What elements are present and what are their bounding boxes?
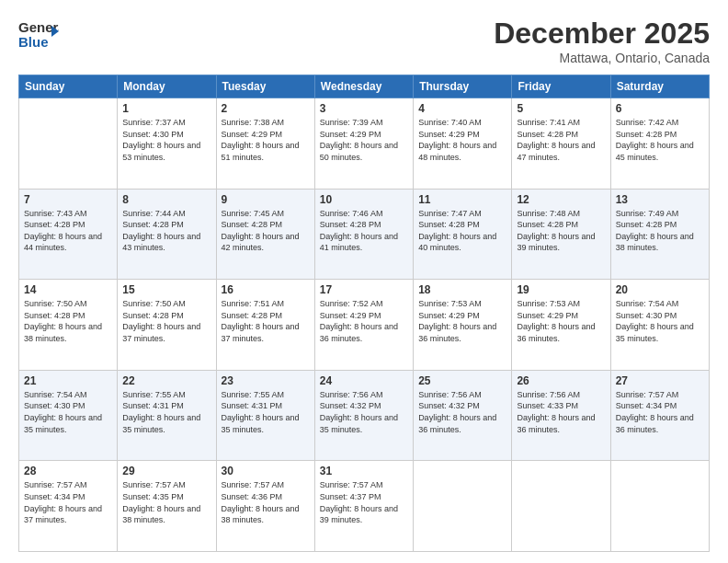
day-number: 6 [616,102,704,115]
calendar-cell: 4Sunrise: 7:40 AMSunset: 4:29 PMDaylight… [414,98,512,190]
day-info: Sunrise: 7:54 AMSunset: 4:30 PMDaylight:… [24,389,112,435]
day-number: 25 [418,374,506,387]
calendar-week-row: 28Sunrise: 7:57 AMSunset: 4:34 PMDayligh… [19,461,710,552]
calendar-cell: 26Sunrise: 7:56 AMSunset: 4:33 PMDayligh… [512,370,610,461]
day-info: Sunrise: 7:56 AMSunset: 4:33 PMDaylight:… [517,389,605,435]
day-info: Sunrise: 7:53 AMSunset: 4:29 PMDaylight:… [517,298,605,344]
calendar-week-row: 1Sunrise: 7:37 AMSunset: 4:30 PMDaylight… [19,98,710,190]
day-number: 24 [320,374,408,387]
calendar-cell: 18Sunrise: 7:53 AMSunset: 4:29 PMDayligh… [414,280,512,371]
day-info: Sunrise: 7:39 AMSunset: 4:29 PMDaylight:… [320,117,408,163]
header: General Blue December 2025 Mattawa, Onta… [18,17,710,65]
calendar-cell: 19Sunrise: 7:53 AMSunset: 4:29 PMDayligh… [512,280,610,371]
calendar-table: SundayMondayTuesdayWednesdayThursdayFrid… [18,75,710,552]
weekday-header: Saturday [610,75,709,98]
calendar-cell: 12Sunrise: 7:48 AMSunset: 4:28 PMDayligh… [512,189,610,280]
day-number: 22 [122,374,210,387]
day-info: Sunrise: 7:50 AMSunset: 4:28 PMDaylight:… [24,298,112,344]
day-info: Sunrise: 7:56 AMSunset: 4:32 PMDaylight:… [320,389,408,435]
calendar-cell [19,98,118,190]
calendar-cell [512,461,610,552]
day-number: 18 [418,283,506,296]
calendar-cell: 28Sunrise: 7:57 AMSunset: 4:34 PMDayligh… [19,461,118,552]
day-info: Sunrise: 7:37 AMSunset: 4:30 PMDaylight:… [122,117,210,163]
day-number: 20 [616,283,704,296]
day-info: Sunrise: 7:54 AMSunset: 4:30 PMDaylight:… [616,298,704,344]
day-info: Sunrise: 7:43 AMSunset: 4:28 PMDaylight:… [24,208,112,254]
day-info: Sunrise: 7:55 AMSunset: 4:31 PMDaylight:… [222,389,310,435]
day-info: Sunrise: 7:45 AMSunset: 4:28 PMDaylight:… [222,208,310,254]
title-block: December 2025 Mattawa, Ontario, Canada [494,17,710,65]
calendar-cell: 7Sunrise: 7:43 AMSunset: 4:28 PMDaylight… [19,189,118,280]
calendar-cell: 1Sunrise: 7:37 AMSunset: 4:30 PMDaylight… [118,98,216,190]
calendar-week-row: 14Sunrise: 7:50 AMSunset: 4:28 PMDayligh… [19,280,710,371]
calendar-cell: 8Sunrise: 7:44 AMSunset: 4:28 PMDaylight… [118,189,216,280]
day-info: Sunrise: 7:57 AMSunset: 4:37 PMDaylight:… [320,479,408,525]
day-info: Sunrise: 7:56 AMSunset: 4:32 PMDaylight:… [418,389,506,435]
day-number: 10 [320,193,408,206]
day-info: Sunrise: 7:53 AMSunset: 4:29 PMDaylight:… [418,298,506,344]
calendar-cell: 16Sunrise: 7:51 AMSunset: 4:28 PMDayligh… [216,280,314,371]
day-number: 21 [24,374,112,387]
page: General Blue December 2025 Mattawa, Onta… [0,0,728,563]
day-number: 12 [517,193,605,206]
weekday-header: Friday [512,75,610,98]
calendar-week-row: 21Sunrise: 7:54 AMSunset: 4:30 PMDayligh… [19,370,710,461]
day-info: Sunrise: 7:57 AMSunset: 4:35 PMDaylight:… [122,479,210,525]
calendar-cell: 24Sunrise: 7:56 AMSunset: 4:32 PMDayligh… [314,370,413,461]
calendar-cell: 30Sunrise: 7:57 AMSunset: 4:36 PMDayligh… [216,461,314,552]
calendar-cell: 3Sunrise: 7:39 AMSunset: 4:29 PMDaylight… [314,98,413,190]
weekday-header: Thursday [414,75,512,98]
day-info: Sunrise: 7:55 AMSunset: 4:31 PMDaylight:… [122,389,210,435]
day-info: Sunrise: 7:46 AMSunset: 4:28 PMDaylight:… [320,208,408,254]
day-number: 11 [418,193,506,206]
day-number: 7 [24,193,112,206]
day-number: 19 [517,283,605,296]
day-number: 16 [222,283,310,296]
day-number: 2 [222,102,310,115]
logo: General Blue [18,17,59,50]
day-info: Sunrise: 7:42 AMSunset: 4:28 PMDaylight:… [616,117,704,163]
calendar-cell: 23Sunrise: 7:55 AMSunset: 4:31 PMDayligh… [216,370,314,461]
day-number: 27 [616,374,704,387]
calendar-cell: 25Sunrise: 7:56 AMSunset: 4:32 PMDayligh… [414,370,512,461]
day-number: 9 [222,193,310,206]
day-number: 28 [24,465,112,477]
calendar-cell: 29Sunrise: 7:57 AMSunset: 4:35 PMDayligh… [118,461,216,552]
calendar-cell: 6Sunrise: 7:42 AMSunset: 4:28 PMDaylight… [610,98,709,190]
calendar-cell: 31Sunrise: 7:57 AMSunset: 4:37 PMDayligh… [314,461,413,552]
calendar-cell: 10Sunrise: 7:46 AMSunset: 4:28 PMDayligh… [314,189,413,280]
day-number: 17 [320,283,408,296]
day-number: 30 [222,465,310,477]
day-info: Sunrise: 7:41 AMSunset: 4:28 PMDaylight:… [517,117,605,163]
day-number: 29 [122,465,210,477]
day-info: Sunrise: 7:40 AMSunset: 4:29 PMDaylight:… [418,117,506,163]
location: Mattawa, Ontario, Canada [494,51,710,65]
day-number: 31 [320,465,408,477]
calendar-cell: 9Sunrise: 7:45 AMSunset: 4:28 PMDaylight… [216,189,314,280]
day-number: 13 [616,193,704,206]
day-info: Sunrise: 7:52 AMSunset: 4:29 PMDaylight:… [320,298,408,344]
calendar-cell: 22Sunrise: 7:55 AMSunset: 4:31 PMDayligh… [118,370,216,461]
weekday-header: Sunday [19,75,118,98]
day-number: 23 [222,374,310,387]
calendar-header-row: SundayMondayTuesdayWednesdayThursdayFrid… [19,75,710,98]
calendar-cell: 2Sunrise: 7:38 AMSunset: 4:29 PMDaylight… [216,98,314,190]
day-info: Sunrise: 7:57 AMSunset: 4:34 PMDaylight:… [616,389,704,435]
day-number: 14 [24,283,112,296]
calendar-cell: 11Sunrise: 7:47 AMSunset: 4:28 PMDayligh… [414,189,512,280]
svg-text:Blue: Blue [18,34,49,50]
weekday-header: Wednesday [314,75,413,98]
day-info: Sunrise: 7:51 AMSunset: 4:28 PMDaylight:… [222,298,310,344]
logo-icon: General Blue [18,17,59,50]
weekday-header: Monday [118,75,216,98]
day-number: 15 [122,283,210,296]
day-number: 1 [122,102,210,115]
day-number: 5 [517,102,605,115]
weekday-header: Tuesday [216,75,314,98]
day-number: 8 [122,193,210,206]
day-info: Sunrise: 7:44 AMSunset: 4:28 PMDaylight:… [122,208,210,254]
day-info: Sunrise: 7:47 AMSunset: 4:28 PMDaylight:… [418,208,506,254]
calendar-cell: 15Sunrise: 7:50 AMSunset: 4:28 PMDayligh… [118,280,216,371]
calendar-cell: 21Sunrise: 7:54 AMSunset: 4:30 PMDayligh… [19,370,118,461]
